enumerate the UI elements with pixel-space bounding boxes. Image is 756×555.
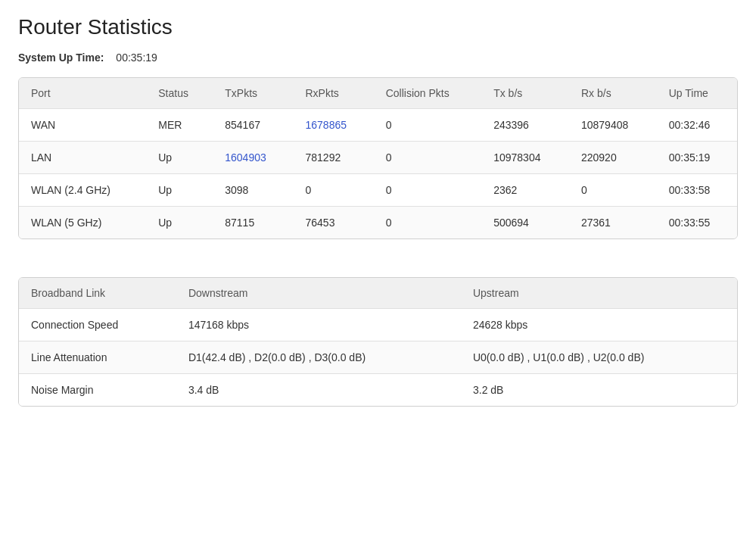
system-uptime-row: System Up Time: 00:35:19 <box>18 51 738 64</box>
router-status-cell: Up <box>146 207 213 239</box>
broadband-col3-header: Upstream <box>461 278 737 309</box>
router-collision-cell: 0 <box>374 207 481 239</box>
col-header-port: Port <box>19 78 146 109</box>
broadband-col1-header: Broadband Link <box>19 278 176 309</box>
router-collision-cell: 0 <box>374 109 481 142</box>
broadband-label-cell: Noise Margin <box>19 374 176 407</box>
router-port-cell: LAN <box>19 142 146 174</box>
router-txpkts-cell[interactable]: 1604903 <box>213 142 293 174</box>
router-rxbs-cell: 10879408 <box>569 109 657 142</box>
broadband-table-row: Connection Speed147168 kbps24628 kbps <box>19 309 737 341</box>
router-uptime-cell: 00:35:19 <box>657 142 737 174</box>
router-status-cell: Up <box>146 142 213 174</box>
router-txpkts-cell: 3098 <box>213 174 293 207</box>
broadband-label-cell: Line Attenuation <box>19 341 176 374</box>
router-uptime-cell: 00:33:58 <box>657 174 737 207</box>
router-rxbs-cell: 0 <box>569 174 657 207</box>
broadband-upstream-cell: 3.2 dB <box>461 374 737 407</box>
system-uptime-label: System Up Time: <box>18 51 104 64</box>
col-header-uptime: Up Time <box>657 78 737 109</box>
rxpkts-link[interactable]: 1678865 <box>305 119 347 131</box>
router-txbs-cell: 2362 <box>481 174 569 207</box>
router-port-cell: WLAN (5 GHz) <box>19 207 146 239</box>
broadband-table-row: Line AttenuationD1(42.4 dB) , D2(0.0 dB)… <box>19 341 737 374</box>
router-rxpkts-cell: 0 <box>293 174 373 207</box>
router-txpkts-cell: 854167 <box>213 109 293 142</box>
router-txbs-cell: 500694 <box>481 207 569 239</box>
section-gap <box>18 262 738 277</box>
router-status-cell: Up <box>146 174 213 207</box>
page-title: Router Statistics <box>18 15 738 39</box>
router-collision-cell: 0 <box>374 174 481 207</box>
router-txpkts-cell: 87115 <box>213 207 293 239</box>
broadband-header-row: Broadband Link Downstream Upstream <box>19 278 737 309</box>
router-port-cell: WLAN (2.4 GHz) <box>19 174 146 207</box>
broadband-label-cell: Connection Speed <box>19 309 176 341</box>
router-table-row: WANMER854167167886502433961087940800:32:… <box>19 109 737 142</box>
router-rxbs-cell: 27361 <box>569 207 657 239</box>
router-rxpkts-cell: 76453 <box>293 207 373 239</box>
router-stats-table: Port Status TxPkts RxPkts Collision Pkts… <box>19 78 737 239</box>
broadband-table: Broadband Link Downstream Upstream Conne… <box>19 278 737 406</box>
col-header-txbs: Tx b/s <box>481 78 569 109</box>
broadband-downstream-cell: D1(42.4 dB) , D2(0.0 dB) , D3(0.0 dB) <box>176 341 461 374</box>
router-uptime-cell: 00:32:46 <box>657 109 737 142</box>
router-status-cell: MER <box>146 109 213 142</box>
system-uptime-value: 00:35:19 <box>116 51 157 64</box>
router-stats-table-container: Port Status TxPkts RxPkts Collision Pkts… <box>18 77 738 239</box>
router-collision-cell: 0 <box>374 142 481 174</box>
broadband-table-container: Broadband Link Downstream Upstream Conne… <box>18 277 738 407</box>
router-port-cell: WAN <box>19 109 146 142</box>
col-header-rxpkts: RxPkts <box>293 78 373 109</box>
router-txbs-cell: 10978304 <box>481 142 569 174</box>
col-header-rxbs: Rx b/s <box>569 78 657 109</box>
router-table-row: WLAN (2.4 GHz)Up3098002362000:33:58 <box>19 174 737 207</box>
router-txbs-cell: 243396 <box>481 109 569 142</box>
col-header-status: Status <box>146 78 213 109</box>
router-table-row: LANUp160490378129201097830422092000:35:1… <box>19 142 737 174</box>
col-header-collision: Collision Pkts <box>374 78 481 109</box>
broadband-table-row: Noise Margin3.4 dB3.2 dB <box>19 374 737 407</box>
router-table-row: WLAN (5 GHz)Up871157645305006942736100:3… <box>19 207 737 239</box>
broadband-upstream-cell: 24628 kbps <box>461 309 737 341</box>
broadband-downstream-cell: 3.4 dB <box>176 374 461 407</box>
broadband-upstream-cell: U0(0.0 dB) , U1(0.0 dB) , U2(0.0 dB) <box>461 341 737 374</box>
router-rxpkts-cell: 781292 <box>293 142 373 174</box>
router-rxbs-cell: 220920 <box>569 142 657 174</box>
router-rxpkts-cell[interactable]: 1678865 <box>293 109 373 142</box>
broadband-col2-header: Downstream <box>176 278 461 309</box>
router-table-header-row: Port Status TxPkts RxPkts Collision Pkts… <box>19 78 737 109</box>
col-header-txpkts: TxPkts <box>213 78 293 109</box>
router-uptime-cell: 00:33:55 <box>657 207 737 239</box>
txpkts-link[interactable]: 1604903 <box>225 151 266 164</box>
broadband-downstream-cell: 147168 kbps <box>176 309 461 341</box>
